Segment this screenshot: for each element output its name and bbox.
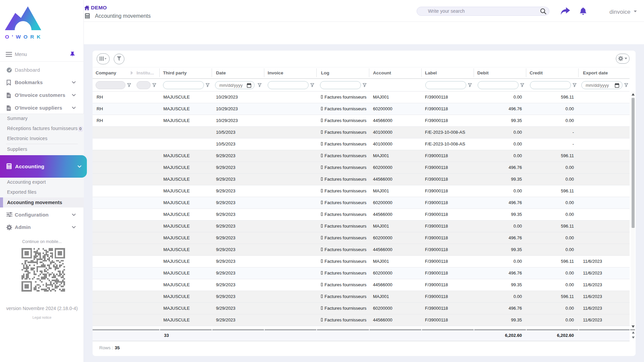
svg-text:O'WORK: O'WORK: [5, 34, 42, 39]
